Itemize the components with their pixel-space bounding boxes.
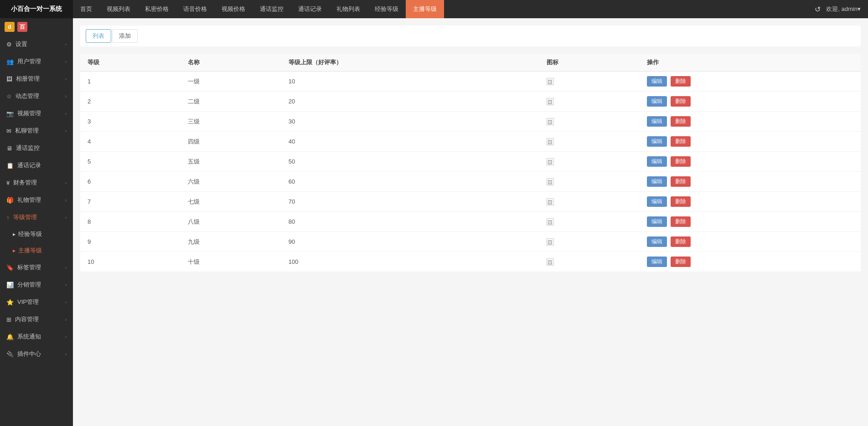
cell-name-2: 三级 [181, 112, 281, 132]
nav-call-monitor[interactable]: 通话监控 [253, 0, 291, 18]
top-nav: 小百合一对一系统 首页 视频列表 私密价格 语音价格 视频价格 通话监控 通话记… [0, 0, 868, 18]
delete-button-7[interactable]: 删除 [671, 216, 691, 227]
cell-name-0: 一级 [181, 72, 281, 92]
delete-button-1[interactable]: 删除 [671, 96, 691, 107]
sidebar-item-video-mgmt[interactable]: 📷 视频管理 › [0, 105, 73, 122]
cell-limit-7: 80 [281, 212, 539, 232]
nav-right: ↺ 欢迎, admin▾ [815, 5, 868, 14]
cell-name-4: 五级 [181, 152, 281, 172]
sidebar-badges: d 百 [0, 18, 73, 36]
sidebar-item-album[interactable]: 🖼 相册管理 › [0, 70, 73, 87]
sidebar-item-user-mgmt[interactable]: 👥 用户管理 › [0, 53, 73, 70]
cell-limit-9: 100 [281, 252, 539, 272]
delete-button-9[interactable]: 删除 [671, 257, 691, 267]
chevron-icon: › [65, 94, 67, 99]
finance-icon: ¥ [6, 180, 10, 186]
table-row: 2 二级 20 🖼 编辑 删除 [80, 92, 861, 112]
edit-button-0[interactable]: 编辑 [647, 76, 667, 87]
cell-name-3: 四级 [181, 132, 281, 152]
sidebar-item-distribution[interactable]: 📊 分销管理 › [0, 276, 73, 293]
user-info[interactable]: 欢迎, admin▾ [826, 5, 861, 13]
sidebar-item-settings[interactable]: ⚙ 设置 › [0, 36, 73, 53]
sidebar-item-call-monitor[interactable]: 🖥 通话监控 [0, 139, 73, 157]
nav-private-price[interactable]: 私密价格 [138, 0, 176, 18]
chevron-icon: › [65, 111, 67, 116]
delete-button-8[interactable]: 删除 [671, 236, 691, 247]
broken-image-icon: 🖼 [547, 178, 554, 185]
edit-button-6[interactable]: 编辑 [647, 196, 667, 207]
nav-call-records[interactable]: 通话记录 [291, 0, 329, 18]
col-limit: 等级上限（好评率） [281, 54, 539, 72]
sidebar-sub-anchor-level[interactable]: 主播等级 [0, 242, 73, 259]
edit-button-8[interactable]: 编辑 [647, 236, 667, 247]
tab-list[interactable]: 列表 [86, 29, 111, 43]
delete-button-0[interactable]: 删除 [671, 76, 691, 87]
cell-limit-1: 20 [281, 92, 539, 112]
chevron-icon: › [65, 42, 67, 47]
nav-exp-level[interactable]: 经验等级 [367, 0, 406, 18]
sidebar-item-notification[interactable]: 🔔 系统通知 › [0, 328, 73, 345]
chevron-icon: › [65, 77, 67, 82]
content-icon: ⊞ [6, 316, 11, 323]
vip-icon: ⭐ [6, 299, 14, 306]
cell-level-2: 3 [80, 112, 181, 132]
cell-icon-6: 🖼 [539, 192, 640, 212]
table-header-row: 等级 名称 等级上限（好评率） 图标 操作 [80, 54, 861, 72]
nav-gift-list[interactable]: 礼物列表 [329, 0, 367, 18]
cell-limit-2: 30 [281, 112, 539, 132]
edit-button-9[interactable]: 编辑 [647, 257, 667, 267]
chevron-icon: › [65, 128, 67, 133]
edit-button-3[interactable]: 编辑 [647, 136, 667, 147]
broken-image-icon: 🖼 [547, 118, 554, 125]
sidebar-item-vip[interactable]: ⭐ VIP管理 › [0, 293, 73, 311]
cell-name-7: 八级 [181, 212, 281, 232]
edit-button-1[interactable]: 编辑 [647, 96, 667, 107]
edit-button-4[interactable]: 编辑 [647, 156, 667, 167]
sidebar-sub-exp-level[interactable]: 经验等级 [0, 226, 73, 242]
sidebar-item-tag-mgmt[interactable]: 🔖 标签管理 › [0, 259, 73, 276]
table-row: 1 一级 10 🖼 编辑 删除 [80, 72, 861, 92]
cell-limit-4: 50 [281, 152, 539, 172]
sidebar-item-level-mgmt[interactable]: ↑ 等级管理 › [0, 209, 73, 226]
tab-add[interactable]: 添加 [112, 29, 138, 43]
col-icon: 图标 [539, 54, 640, 72]
nav-anchor-level[interactable]: 主播等级 [406, 0, 444, 18]
broken-image-icon: 🖼 [547, 138, 554, 145]
sidebar: d 百 ⚙ 设置 › 👥 用户管理 › 🖼 相册管理 › [0, 18, 73, 426]
settings-icon: ⚙ [6, 41, 12, 48]
edit-button-2[interactable]: 编辑 [647, 116, 667, 127]
sidebar-item-call-records[interactable]: 📋 通话记录 [0, 157, 73, 174]
cell-action-5: 编辑 删除 [640, 172, 861, 192]
edit-button-5[interactable]: 编辑 [647, 176, 667, 187]
table-container: 等级 名称 等级上限（好评率） 图标 操作 1 一级 10 🖼 编辑 删除 2 … [80, 54, 861, 272]
sidebar-item-finance[interactable]: ¥ 财务管理 › [0, 174, 73, 191]
table-row: 7 七级 70 🖼 编辑 删除 [80, 192, 861, 212]
cell-level-0: 1 [80, 72, 181, 92]
nav-home[interactable]: 首页 [73, 0, 99, 18]
cell-icon-2: 🖼 [539, 112, 640, 132]
delete-button-5[interactable]: 删除 [671, 176, 691, 187]
cell-action-1: 编辑 删除 [640, 92, 861, 112]
cell-icon-0: 🖼 [539, 72, 640, 92]
cell-limit-8: 90 [281, 232, 539, 252]
nav-video-price[interactable]: 视频价格 [214, 0, 253, 18]
nav-video-list[interactable]: 视频列表 [99, 0, 138, 18]
notification-icon: 🔔 [6, 334, 14, 340]
sidebar-item-content[interactable]: ⊞ 内容管理 › [0, 311, 73, 328]
layout: d 百 ⚙ 设置 › 👥 用户管理 › 🖼 相册管理 › [0, 18, 868, 426]
edit-button-7[interactable]: 编辑 [647, 216, 667, 227]
delete-button-6[interactable]: 删除 [671, 196, 691, 207]
delete-button-2[interactable]: 删除 [671, 116, 691, 127]
delete-button-3[interactable]: 删除 [671, 136, 691, 147]
table-row: 8 八级 80 🖼 编辑 删除 [80, 212, 861, 232]
refresh-icon[interactable]: ↺ [815, 5, 821, 14]
table-row: 5 五级 50 🖼 编辑 删除 [80, 152, 861, 172]
tag-icon: 🔖 [6, 264, 14, 271]
sidebar-item-private-chat[interactable]: ✉ 私聊管理 › [0, 122, 73, 139]
sidebar-item-gift-mgmt[interactable]: 🎁 礼物管理 › [0, 191, 73, 209]
sidebar-item-plugins[interactable]: 🔌 插件中心 › [0, 345, 73, 363]
sidebar-item-dynamic[interactable]: ☆ 动态管理 › [0, 87, 73, 105]
brand-title: 小百合一对一系统 [0, 0, 73, 18]
delete-button-4[interactable]: 删除 [671, 156, 691, 167]
nav-voice-price[interactable]: 语音价格 [176, 0, 214, 18]
